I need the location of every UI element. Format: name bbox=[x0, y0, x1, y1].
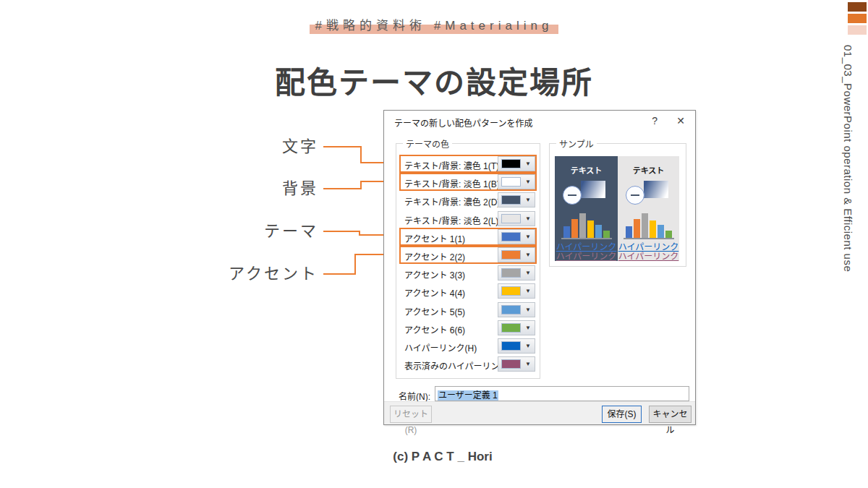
page-title: 配色テーマの設定場所 bbox=[0, 58, 868, 102]
color-swatch bbox=[501, 305, 521, 314]
bar bbox=[658, 225, 664, 238]
theme-color-row: アクセント 4(4) ▼ bbox=[399, 282, 537, 300]
gradient-rect-shape bbox=[581, 181, 605, 198]
bar bbox=[595, 225, 602, 238]
theme-colors-dialog: テーマの新しい配色パターンを作成 ? ✕ テーマの色 テキスト/背景: 濃色 1… bbox=[383, 110, 696, 425]
connector-line bbox=[323, 273, 356, 275]
help-icon[interactable]: ? bbox=[652, 115, 658, 127]
chevron-down-icon: ▼ bbox=[525, 361, 531, 368]
theme-color-row-label: アクセント 3(3) bbox=[404, 268, 465, 281]
bar bbox=[579, 213, 586, 238]
close-icon[interactable]: ✕ bbox=[676, 115, 685, 127]
sample-bar-chart bbox=[555, 212, 618, 238]
circle-shape bbox=[563, 186, 582, 205]
chevron-down-icon: ▼ bbox=[525, 160, 531, 168]
color-dropdown[interactable]: ▼ bbox=[498, 320, 535, 335]
theme-color-row: ハイパーリンク(H) ▼ bbox=[399, 337, 537, 355]
theme-color-row: テキスト/背景: 濃色 1(T) ▼ bbox=[399, 155, 537, 173]
followed-hyperlink-sample: ハイパーリンク bbox=[618, 252, 679, 262]
reset-button[interactable]: リセット(R) bbox=[390, 406, 432, 423]
sample-panel-dark: テキスト ハイパーリンク bbox=[555, 156, 618, 261]
gradient-rect-shape bbox=[644, 181, 668, 198]
color-dropdown[interactable]: ▼ bbox=[498, 302, 535, 317]
bar bbox=[563, 226, 570, 238]
color-swatch bbox=[501, 214, 521, 223]
theme-color-row: テキスト/背景: 淡色 1(B) ▼ bbox=[399, 173, 537, 191]
color-dropdown[interactable]: ▼ bbox=[498, 211, 535, 226]
bar bbox=[587, 221, 594, 238]
chevron-down-icon: ▼ bbox=[525, 252, 531, 259]
annotation-theme: テーマ bbox=[264, 222, 318, 241]
chevron-down-icon: ▼ bbox=[525, 234, 531, 241]
chevron-down-icon: ▼ bbox=[525, 215, 531, 223]
color-swatch bbox=[501, 159, 521, 168]
name-label: 名前(N): bbox=[399, 390, 430, 402]
connector-line bbox=[323, 188, 362, 189]
theme-color-row-label: テキスト/背景: 淡色 2(L) bbox=[404, 214, 498, 226]
sample-text-label: テキスト bbox=[555, 156, 618, 176]
theme-color-row-label: アクセント 2(2) bbox=[404, 250, 465, 262]
chevron-down-icon: ▼ bbox=[525, 179, 531, 186]
sample-bar-chart bbox=[618, 212, 679, 238]
dialog-button-strip: リセット(R) 保存(S) キャンセル bbox=[384, 401, 695, 424]
bar bbox=[650, 221, 656, 238]
chevron-down-icon: ▼ bbox=[525, 197, 531, 204]
sample-panel-light: テキスト ハイパーリンク bbox=[618, 156, 679, 261]
theme-color-row-label: ハイパーリンク(H) bbox=[404, 341, 477, 354]
theme-color-row-label: テキスト/背景: 濃色 1(T) bbox=[404, 159, 499, 171]
color-dropdown[interactable]: ▼ bbox=[498, 338, 535, 354]
chevron-down-icon: ▼ bbox=[525, 343, 531, 350]
sample-group-label: サンプル bbox=[556, 137, 597, 150]
color-dropdown[interactable]: ▼ bbox=[498, 356, 535, 372]
sample-text-label: テキスト bbox=[618, 156, 679, 176]
theme-name-input[interactable]: ユーザー定義 1 bbox=[435, 386, 689, 401]
slide: 01_03_PowerPoint operation & Efficient u… bbox=[0, 0, 868, 488]
theme-color-row-label: アクセント 6(6) bbox=[404, 323, 465, 335]
annotation-background: 背景 bbox=[282, 179, 318, 198]
connector-line bbox=[323, 146, 362, 147]
theme-colors-group-label: テーマの色 bbox=[403, 137, 452, 150]
sample-shapes bbox=[618, 179, 679, 212]
bar bbox=[634, 219, 640, 238]
color-dropdown[interactable]: ▼ bbox=[498, 229, 535, 244]
sample-panels: テキスト ハイパーリンク bbox=[555, 156, 679, 261]
color-dropdown[interactable]: ▼ bbox=[498, 174, 535, 189]
bar bbox=[665, 231, 672, 238]
connector-line bbox=[354, 254, 356, 275]
sample-group: サンプル テキスト bbox=[549, 143, 686, 267]
color-dropdown[interactable]: ▼ bbox=[498, 265, 535, 281]
followed-hyperlink-sample: ハイパーリンク bbox=[556, 252, 617, 262]
hashtag-text: #戦略的資料術 #Materialing bbox=[310, 14, 559, 34]
dialog-title: テーマの新しい配色パターンを作成 bbox=[394, 116, 532, 129]
dialog-titlebar[interactable]: テーマの新しい配色パターンを作成 ? ✕ bbox=[384, 111, 695, 131]
color-swatch bbox=[501, 250, 521, 260]
circle-shape bbox=[626, 186, 644, 205]
theme-color-row-label: テキスト/背景: 淡色 1(B) bbox=[404, 177, 500, 189]
hyperlink-sample: ハイパーリンク bbox=[618, 242, 679, 252]
save-button[interactable]: 保存(S) bbox=[602, 406, 642, 423]
annotation-text: 文字 bbox=[282, 137, 318, 156]
theme-color-row-label: テキスト/背景: 濃色 2(D) bbox=[404, 195, 500, 207]
theme-color-row: アクセント 3(3) ▼ bbox=[399, 264, 537, 282]
corner-mark-1 bbox=[848, 2, 867, 12]
connector-line bbox=[323, 231, 360, 232]
bar bbox=[571, 219, 578, 238]
bar bbox=[626, 226, 632, 238]
bar bbox=[603, 231, 610, 238]
theme-color-row-label: アクセント 4(4) bbox=[404, 286, 465, 299]
copyright: (c) P A C T _ Hori bbox=[393, 450, 492, 464]
color-dropdown[interactable]: ▼ bbox=[498, 156, 535, 171]
theme-color-row: アクセント 5(5) ▼ bbox=[399, 301, 537, 319]
color-dropdown[interactable]: ▼ bbox=[498, 247, 535, 262]
theme-color-row: アクセント 1(1) ▼ bbox=[399, 228, 537, 246]
theme-color-row: アクセント 2(2) ▼ bbox=[399, 246, 537, 264]
color-swatch bbox=[501, 232, 521, 241]
theme-color-row: アクセント 6(6) ▼ bbox=[399, 319, 537, 337]
cancel-button[interactable]: キャンセル bbox=[649, 406, 692, 423]
sample-shapes bbox=[555, 179, 618, 212]
hyperlink-sample: ハイパーリンク bbox=[556, 242, 617, 252]
hashtag-header: #戦略的資料術 #Materialing bbox=[0, 14, 868, 34]
color-dropdown[interactable]: ▼ bbox=[498, 283, 535, 299]
color-dropdown[interactable]: ▼ bbox=[498, 192, 535, 207]
color-swatch bbox=[501, 359, 521, 369]
